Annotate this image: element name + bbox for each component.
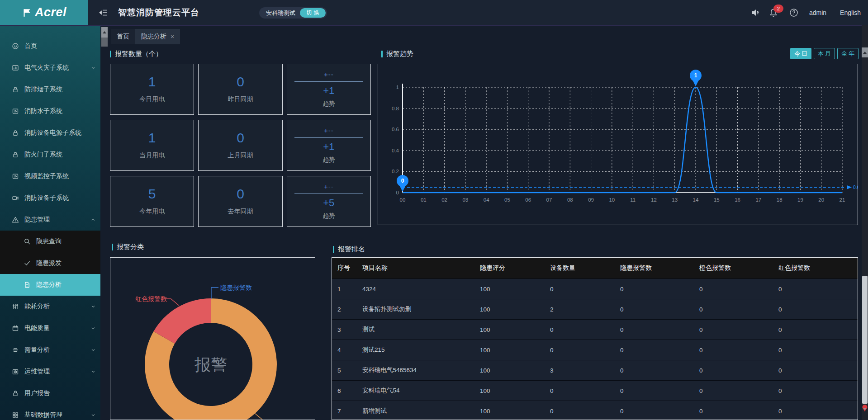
table-row[interactable]: 143241000000	[332, 278, 858, 299]
table-cell: 设备数量	[545, 264, 615, 272]
table-row[interactable]: 2设备拓扑测试勿删1002000	[332, 299, 858, 319]
trend-range-buttons: 今日本月全年	[788, 48, 859, 59]
svg-text:0.6: 0.6	[392, 127, 399, 132]
language-switch[interactable]: English	[840, 9, 861, 16]
chart-markpoint: 1	[690, 70, 702, 86]
sidebar-item-label: 防火门子系统	[24, 151, 96, 159]
list-icon	[12, 346, 19, 354]
table-cell: 0	[694, 408, 773, 415]
sidebar-item[interactable]: 消防设备子系统	[0, 187, 100, 209]
close-icon[interactable]: ×	[171, 33, 174, 40]
project-switcher: 安科瑞测试 切换	[259, 7, 327, 19]
sidebar-item-label: 电气火灾子系统	[24, 64, 90, 72]
sidebar-item[interactable]: 防排烟子系统	[0, 79, 100, 100]
lock-icon	[12, 151, 19, 158]
svg-text:0.05: 0.05	[853, 184, 858, 190]
table-cell: 橙色报警数	[694, 264, 773, 272]
scroll-up-icon[interactable]	[862, 47, 868, 57]
sidebar-menu: 首页电气火灾子系统防排烟子系统消防水子系统消防设备电源子系统防火门子系统视频监控…	[0, 25, 100, 420]
table-cell: 0	[694, 326, 773, 333]
svg-text:0: 0	[401, 178, 404, 184]
table-cell: 隐患报警数	[615, 264, 694, 272]
table-cell: 0	[545, 286, 615, 293]
svg-text:07: 07	[546, 197, 552, 203]
sidebar-scrollbar-thumb[interactable]	[101, 38, 108, 47]
sidebar-item-label: 用户报告	[24, 389, 96, 397]
table-cell: 100	[474, 387, 545, 394]
chart-icon	[12, 64, 19, 71]
table-cell: 0	[545, 326, 615, 333]
stat-label: 上月同期	[228, 151, 253, 160]
sidebar-item[interactable]: 用户报告	[0, 382, 100, 404]
sidebar-item-label: 消防设备电源子系统	[24, 129, 96, 137]
stat-card: 0上月同期	[198, 120, 282, 171]
donut-center-label: 报警	[194, 355, 227, 374]
sidebar-item[interactable]: 隐患分析	[0, 274, 100, 296]
home-icon	[12, 42, 19, 50]
sidebar-item[interactable]: 首页	[0, 35, 100, 57]
sidebar-item[interactable]: 需量分析	[0, 339, 100, 361]
sidebar-item[interactable]: 电能质量	[0, 317, 100, 339]
table-cell: 0	[615, 408, 694, 415]
scroll-up-icon[interactable]	[101, 27, 108, 38]
sidebar-item-label: 首页	[24, 42, 96, 50]
svg-text:0.2: 0.2	[392, 169, 399, 174]
range-button[interactable]: 今日	[790, 48, 811, 59]
sidebar-item[interactable]: 视频监控子系统	[0, 165, 100, 187]
sidebar-scrollbar[interactable]	[101, 27, 108, 47]
sidebar-item[interactable]: 电气火灾子系统	[0, 57, 100, 79]
sidebar-item[interactable]: 基础数据管理	[0, 404, 100, 420]
trend-divider	[294, 137, 363, 138]
sidebar-item[interactable]: 运维管理	[0, 361, 100, 382]
warning-icon	[12, 216, 19, 223]
table-cell: 0	[545, 387, 615, 394]
alarm-trend-chart: 00.20.40.60.8100010203040506070809101112…	[378, 64, 858, 225]
scroll-down-icon[interactable]	[863, 410, 867, 418]
sidebar-item[interactable]: 隐患管理	[0, 209, 100, 231]
table-cell: 新增测试	[357, 407, 474, 415]
stat-card: 1当月用电	[110, 120, 194, 171]
user-menu[interactable]: admin	[809, 9, 826, 16]
trend-numerator: +--	[324, 71, 334, 78]
stat-label: 当月用电	[139, 151, 165, 160]
panel-title-alarm-ranking: 报警排名	[333, 245, 365, 254]
table-cell: 0	[615, 306, 694, 313]
sidebar-item[interactable]: 防火门子系统	[0, 144, 100, 165]
sound-icon[interactable]	[751, 9, 760, 17]
menu-fold-icon[interactable]	[99, 8, 108, 17]
range-button[interactable]: 全年	[837, 48, 859, 59]
sidebar-item[interactable]: 消防水子系统	[0, 100, 100, 122]
table-row[interactable]: 7新增测试1000000	[332, 401, 858, 420]
svg-text:15: 15	[714, 197, 720, 203]
table-row[interactable]: 6安科瑞电气541000000	[332, 380, 858, 401]
svg-text:0.8: 0.8	[392, 106, 399, 111]
table-cell: 100	[474, 347, 545, 354]
notification-bell-icon[interactable]: 2	[769, 8, 778, 17]
sidebar-item[interactable]: 消防设备电源子系统	[0, 122, 100, 144]
help-icon[interactable]	[789, 8, 798, 17]
table-row[interactable]: 4测试2151000000	[332, 340, 858, 360]
svg-text:11: 11	[630, 197, 636, 203]
sidebar-item[interactable]: 能耗分析	[0, 296, 100, 317]
table-cell: 0	[773, 306, 858, 313]
table-cell: 0	[773, 347, 858, 354]
sidebar-item[interactable]: 隐患派发	[0, 252, 100, 274]
switch-project-button[interactable]: 切换	[300, 8, 326, 18]
svg-text:17: 17	[755, 197, 761, 203]
tab-active[interactable]: 隐患分析×	[135, 29, 180, 44]
stat-value: 0	[237, 75, 244, 89]
page-scrollbar-thumb[interactable]	[862, 276, 868, 404]
page-scrollbar[interactable]	[862, 25, 868, 420]
table-cell: 红色报警数	[773, 264, 858, 272]
range-button[interactable]: 本月	[814, 48, 835, 59]
table-cell: 0	[694, 367, 773, 374]
calendar-icon	[12, 325, 19, 332]
table-cell: 4324	[357, 286, 474, 293]
sidebar-item[interactable]: 隐患查询	[0, 231, 100, 252]
table-row[interactable]: 5安科瑞电气54656341003000	[332, 360, 858, 380]
table-row[interactable]: 3测试1000000	[332, 319, 858, 340]
table-cell: 100	[474, 326, 545, 333]
trend-label: 趋势	[323, 156, 335, 164]
alarm-ranking-table: 序号项目名称隐患评分设备数量隐患报警数橙色报警数红色报警数14324100000…	[332, 257, 858, 420]
tab-item[interactable]: 首页	[111, 29, 135, 44]
